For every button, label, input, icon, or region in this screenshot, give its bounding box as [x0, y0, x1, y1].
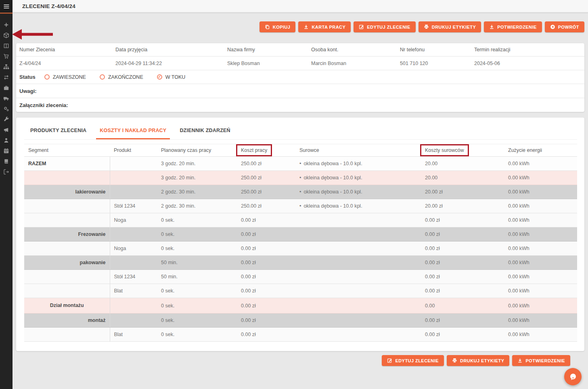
table-row: Blat0 sek.0.00 zł0.00 zł0.00 kWh: [24, 284, 577, 298]
tab-produkty-zlecenia[interactable]: PRODUKTY ZLECENIA: [27, 122, 90, 139]
field-label: Data przyjęcia: [112, 43, 224, 57]
print-labels-button[interactable]: DRUKUJ ETYKIETY: [419, 21, 481, 32]
button-label: POTWIERDZENIE: [525, 358, 565, 363]
radio-icon: ✓: [157, 74, 162, 80]
sidebar-item-add[interactable]: [0, 19, 13, 30]
book-icon: [3, 158, 9, 164]
zuzycie-energii-cell: 0.00 kWh: [504, 171, 577, 185]
status-row: Status ✓ ZAWIESZONE ✓ ZAKOŃCZONE ✓ W TOK…: [16, 70, 584, 84]
table-row: Noga0 sek.0.00 zł0.00 zł0.00 kWh: [24, 242, 577, 256]
header-label: Koszt pracy: [241, 147, 267, 153]
koszty-surowcow-cell: 0.00 zł: [421, 213, 504, 227]
segment-cell: [24, 213, 110, 227]
print-icon: [452, 358, 457, 363]
sidebar-item-transfers[interactable]: [0, 72, 13, 82]
zuzycie-energii-cell: 0.00 kWh: [504, 328, 577, 342]
download-icon: [489, 24, 494, 29]
segment-label: RAZEM: [28, 161, 46, 166]
logout-icon: [3, 169, 9, 175]
header-czas: Planowany czas pracy: [157, 144, 237, 157]
status-option-2[interactable]: ✓ W TOKU: [157, 74, 186, 80]
button-label: EDYTUJ ZLECENIE: [395, 358, 439, 363]
cart-icon: [3, 53, 9, 59]
copy-button[interactable]: KOPIUJ: [259, 21, 296, 32]
top-toolbar: KOPIUJ KARTA PRACY EDYTUJ ZLECENIE DRUKU…: [16, 21, 584, 32]
planowany-czas-cell: 0 sek.: [157, 328, 237, 342]
button-label: POTWIERDZENIE: [497, 25, 537, 29]
bullet-icon: •: [299, 189, 301, 195]
sidebar-item-docs[interactable]: [0, 156, 13, 166]
surowce-cell: [295, 256, 421, 270]
print-labels-button-bottom[interactable]: DRUKUJ ETYKIETY: [447, 355, 509, 366]
deadline-value: 2024-05-06: [471, 57, 584, 70]
segment-label: Frezowanie: [78, 231, 105, 237]
koszt-pracy-cell: 0.00 zł: [237, 284, 295, 298]
back-button[interactable]: POWRÓT: [545, 21, 584, 32]
confirmation-button[interactable]: POTWIERDZENIE: [484, 21, 542, 32]
tab-koszty-i-naklad-pracy[interactable]: KOSZTY I NAKŁAD PRACY: [96, 122, 170, 139]
work-card-button[interactable]: KARTA PRACY: [298, 21, 351, 32]
edit-order-button[interactable]: EDYTUJ ZLECENIE: [354, 21, 416, 32]
field-label: Nazwa firmy: [224, 43, 308, 57]
button-label: DRUKUJ ETYKIETY: [432, 25, 476, 29]
tab-dziennik-zdarzen[interactable]: DZIENNIK ZDARZEŃ: [176, 122, 234, 139]
sidebar-item-products[interactable]: [0, 30, 13, 40]
accept-date-value: 2024-04-29 11:34:22: [112, 57, 224, 70]
status-option-1[interactable]: ✓ ZAKOŃCZONE: [100, 74, 143, 80]
sidebar-item-boards[interactable]: [0, 40, 13, 51]
table-row: 3 godz. 20 min.250.00 zł•okleina dębowa …: [24, 171, 577, 185]
status-option-label: ZAWIESZONE: [53, 74, 86, 80]
button-label: KOPIUJ: [273, 25, 291, 29]
zuzycie-energii-cell: 0.00 kWh: [504, 213, 577, 227]
edit-order-button-bottom[interactable]: EDYTUJ ZLECENIE: [382, 355, 444, 366]
confirmation-button-bottom[interactable]: POTWIERDZENIE: [512, 355, 570, 366]
bullet-icon: •: [299, 175, 301, 181]
koszty-surowcow-cell: 0.00 zł: [421, 242, 504, 256]
produkt-cell: [110, 298, 157, 313]
sidebar-item-calendar[interactable]: [0, 145, 13, 156]
zuzycie-energii-cell: 0.00 kWh: [504, 227, 577, 242]
surowce-cell: [295, 213, 421, 227]
koszty-surowcow-cell: 0.00 zł: [421, 256, 504, 270]
sidebar-item-logout[interactable]: [0, 166, 13, 177]
planowany-czas-cell: 3 godz. 20 min.: [157, 157, 237, 171]
surowce-text: okleina dębowa - 10.0 kpl.: [303, 175, 362, 181]
hamburger-menu-button[interactable]: [0, 0, 13, 13]
table-row: Stół 123450 min.0.00 zł0.00 zł0.00 kWh: [24, 270, 577, 284]
planowany-czas-cell: 0 sek.: [157, 242, 237, 256]
sidebar-item-delivery[interactable]: [0, 93, 13, 103]
koszty-surowcow-cell: 0.00: [421, 298, 504, 313]
field-label: Osoba kont.: [308, 43, 397, 57]
produkt-cell: [110, 157, 157, 171]
sidebar-item-clients[interactable]: [0, 135, 13, 145]
koszt-pracy-cell: 250.00 zł: [237, 185, 295, 199]
koszty-surowcow-cell: 20.00 zł: [421, 199, 504, 213]
sidebar-item-production-tree[interactable]: [0, 61, 13, 72]
notes-row: Uwagi:: [16, 84, 584, 98]
header-koszt-pracy: Koszt pracy: [237, 144, 295, 157]
koszt-pracy-cell: 0.00 zł: [237, 213, 295, 227]
planowany-czas-cell: 0 sek.: [157, 313, 237, 328]
chat-fab-button[interactable]: [564, 368, 582, 385]
sidebar-item-tools[interactable]: [0, 114, 13, 124]
table-row: Stół 12342 godz. 30 min.250.00 zł•oklein…: [24, 199, 577, 213]
title-bar: ZLECENIE Z-4/04/24: [13, 0, 588, 13]
status-option-0[interactable]: ✓ ZAWIESZONE: [44, 74, 86, 80]
phone-value: 501 710 120: [397, 57, 471, 70]
status-option-label: W TOKU: [165, 74, 186, 80]
sidebar-item-announcements[interactable]: [0, 124, 13, 135]
tab-label: DZIENNIK ZDARZEŃ: [180, 128, 230, 133]
surowce-cell: [295, 227, 421, 242]
sidebar-item-orders[interactable]: [0, 51, 13, 61]
status-title: Status: [19, 74, 36, 80]
segment-cell: montaż: [24, 313, 110, 328]
table-row: Noga0 sek.0.00 zł0.00 zł0.00 kWh: [24, 213, 577, 227]
sidebar-item-jobs[interactable]: [0, 82, 13, 93]
surowce-cell: •okleina dębowa - 10.0 kpl.: [295, 171, 421, 185]
koszty-surowcow-cell: 0.00 zł: [421, 270, 504, 284]
header-segment: Segment: [24, 144, 110, 157]
produkt-cell: [110, 256, 157, 270]
page-title: ZLECENIE Z-4/04/24: [22, 3, 75, 9]
sidebar-item-settings[interactable]: [0, 103, 13, 114]
top-bar: ZLECENIE Z-4/04/24: [0, 0, 588, 13]
